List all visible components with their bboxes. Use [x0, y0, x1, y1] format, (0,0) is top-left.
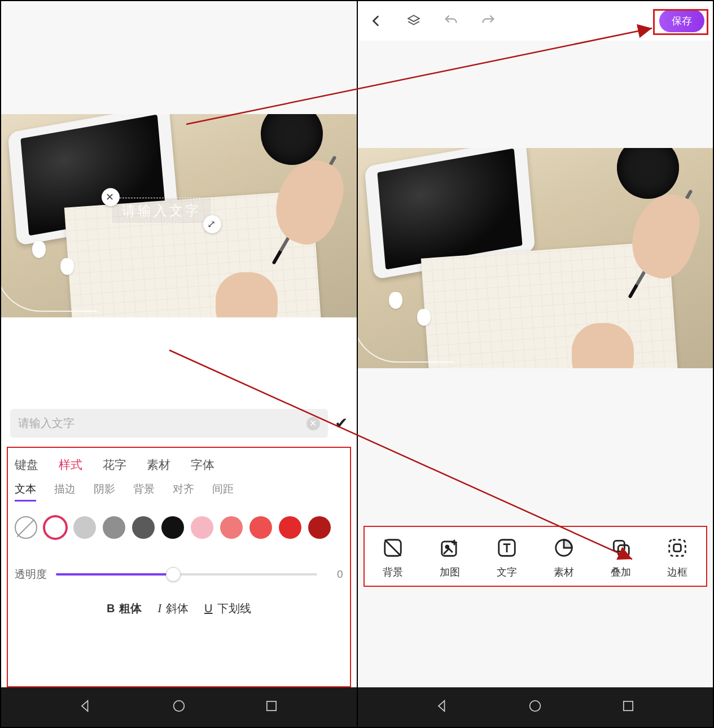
bottom-tools-highlight: 背景 加图 文字 素材 叠加 — [363, 526, 708, 587]
tab-style[interactable]: 样式 — [59, 457, 82, 473]
subtab-spacing[interactable]: 间距 — [212, 482, 234, 502]
nav-back-icon[interactable] — [78, 698, 94, 716]
format-bold[interactable]: B 粗体 — [107, 601, 142, 616]
tool-addimage-label: 加图 — [440, 565, 460, 579]
text-input[interactable]: 请输入文字 ✕ — [10, 409, 328, 438]
tool-sticker-label: 素材 — [554, 565, 574, 579]
svg-rect-9 — [669, 540, 686, 556]
format-row: B 粗体 I 斜体 U 下划线 — [12, 587, 345, 621]
tool-text[interactable]: 文字 — [483, 537, 531, 579]
nav-recent-icon[interactable] — [264, 698, 279, 716]
tool-border[interactable]: 边框 — [653, 537, 702, 579]
subtab-align[interactable]: 对齐 — [173, 482, 194, 502]
underline-label: 下划线 — [217, 601, 251, 616]
tool-background[interactable]: 背景 — [369, 537, 417, 579]
photo-hand-resting — [572, 323, 634, 368]
svg-point-0 — [173, 701, 184, 712]
tool-addimage[interactable]: 加图 — [426, 537, 474, 579]
color-darkgray[interactable] — [132, 516, 155, 539]
left-pane: 请输入文字 ✕ ⤢ 请输入文字 ✕ ✔ 键盘 样式 花字 素材 字体 — [1, 1, 357, 727]
style-subtabs: 文本 描边 阴影 背景 对齐 间距 — [12, 477, 345, 506]
color-darkred[interactable] — [308, 516, 331, 539]
right-pane: 保存 背景 加图 — [358, 1, 713, 727]
svg-rect-1 — [267, 701, 276, 710]
tab-font[interactable]: 字体 — [191, 457, 214, 473]
color-pink[interactable] — [191, 516, 213, 539]
opacity-slider-row: 透明度 0 — [12, 549, 345, 587]
color-salmon[interactable] — [220, 516, 243, 539]
subtab-stroke[interactable]: 描边 — [54, 482, 76, 502]
tool-background-label: 背景 — [383, 565, 403, 579]
right-body: 背景 加图 文字 素材 叠加 — [358, 368, 713, 687]
tool-overlay[interactable]: 叠加 — [597, 537, 645, 579]
style-panel-highlight: 键盘 样式 花字 素材 字体 文本 描边 阴影 背景 对齐 间距 — [7, 447, 351, 687]
tool-border-label: 边框 — [667, 565, 687, 579]
color-black[interactable] — [161, 516, 184, 539]
italic-icon: I — [157, 602, 161, 615]
color-white[interactable] — [44, 516, 67, 539]
color-gray[interactable] — [103, 516, 125, 539]
text-input-row: 请输入文字 ✕ ✔ — [1, 402, 357, 444]
topbar: 保存 — [358, 1, 713, 41]
color-lightgray[interactable] — [73, 516, 96, 539]
svg-rect-10 — [674, 544, 681, 552]
underline-icon: U — [204, 602, 212, 615]
left-blank-area — [1, 1, 357, 114]
photo-earbuds — [383, 292, 457, 337]
text-editor-panel: 请输入文字 ✕ ✔ 键盘 样式 花字 素材 字体 文本 描边 阴影 背景 — [1, 317, 357, 687]
right-canvas[interactable] — [358, 148, 713, 368]
color-red2[interactable] — [279, 516, 301, 539]
photo-hand-resting — [216, 272, 278, 317]
nav-recent-icon[interactable] — [620, 698, 636, 716]
text-box-close-handle[interactable]: ✕ — [102, 188, 120, 206]
text-input-placeholder: 请输入文字 — [18, 416, 75, 431]
color-none[interactable] — [15, 516, 37, 539]
confirm-input-icon[interactable]: ✔ — [335, 414, 348, 433]
save-button-label: 保存 — [672, 15, 692, 27]
italic-label: 斜体 — [166, 601, 189, 616]
bold-icon: B — [107, 602, 115, 615]
nav-home-icon[interactable] — [171, 698, 187, 716]
text-box[interactable]: 请输入文字 ✕ ⤢ — [111, 198, 212, 224]
svg-point-11 — [530, 701, 541, 712]
format-italic[interactable]: I 斜体 — [157, 601, 189, 616]
opacity-slider-thumb[interactable] — [166, 567, 181, 582]
tab-material[interactable]: 素材 — [147, 457, 170, 473]
tab-keyboard[interactable]: 键盘 — [15, 457, 38, 473]
nav-back-icon[interactable] — [435, 698, 450, 716]
opacity-value: 0 — [326, 568, 343, 581]
clear-input-icon[interactable]: ✕ — [306, 417, 320, 430]
back-icon[interactable] — [366, 11, 387, 31]
left-canvas[interactable]: 请输入文字 ✕ ⤢ — [1, 114, 357, 317]
tab-fancytext[interactable]: 花字 — [103, 457, 126, 473]
text-box-placeholder: 请输入文字 — [122, 203, 201, 218]
tool-text-label: 文字 — [497, 565, 517, 579]
android-navbar-left — [1, 687, 357, 727]
photo-earbuds — [27, 241, 100, 286]
text-box-resize-handle[interactable]: ⤢ — [203, 215, 221, 233]
color-swatches — [12, 506, 345, 549]
format-underline[interactable]: U 下划线 — [204, 601, 251, 616]
layers-icon[interactable] — [404, 11, 424, 31]
subtab-shadow[interactable]: 阴影 — [94, 482, 115, 502]
redo-icon[interactable] — [478, 11, 498, 31]
color-red[interactable] — [249, 516, 272, 539]
save-button[interactable]: 保存 — [659, 10, 704, 32]
undo-icon[interactable] — [441, 11, 461, 31]
tool-sticker[interactable]: 素材 — [540, 537, 588, 579]
editor-tabs: 键盘 样式 花字 素材 字体 — [12, 452, 345, 477]
nav-home-icon[interactable] — [527, 698, 543, 716]
opacity-slider[interactable] — [56, 573, 317, 576]
bold-label: 粗体 — [119, 601, 142, 616]
svg-rect-12 — [623, 701, 632, 710]
subtab-text[interactable]: 文本 — [15, 482, 36, 502]
tool-overlay-label: 叠加 — [611, 565, 631, 579]
svg-point-4 — [446, 546, 449, 548]
opacity-label: 透明度 — [15, 567, 47, 582]
subtab-background[interactable]: 背景 — [133, 482, 155, 502]
android-navbar-right — [358, 687, 713, 727]
right-blank-area — [358, 41, 713, 148]
